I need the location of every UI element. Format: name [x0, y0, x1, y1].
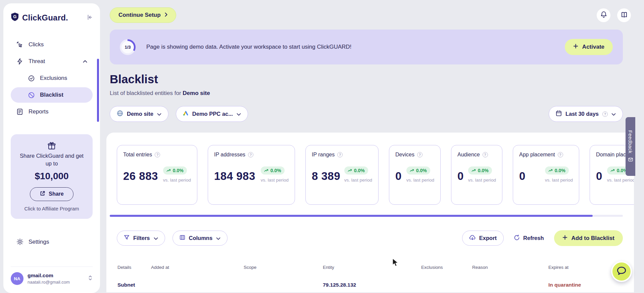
column-header-exclusions[interactable]: Exclusions: [421, 265, 472, 270]
sidebar: G ClickGuard. Clicks Threat: [3, 3, 100, 293]
sidebar-item-exclusions[interactable]: Exclusions: [11, 70, 93, 86]
affiliate-link[interactable]: Click to Affiliate Program: [19, 205, 85, 212]
column-header-reason[interactable]: Reason: [472, 265, 548, 270]
stat-value: 26 883: [123, 170, 158, 183]
stat-label: IP ranges: [312, 152, 335, 158]
sidebar-item-threat[interactable]: Threat: [11, 54, 93, 69]
trend-up-icon: [166, 168, 171, 173]
page-title: Blacklist: [110, 72, 644, 86]
date-range-selector[interactable]: Last 30 days ?: [549, 106, 623, 122]
site-selector[interactable]: Demo site: [110, 106, 168, 122]
date-range-value: Last 30 days: [565, 111, 599, 117]
help-icon[interactable]: ?: [337, 152, 343, 157]
trend-badge: 0.0%: [545, 166, 569, 175]
chevron-down-icon: [216, 235, 220, 241]
column-header-details[interactable]: Details: [117, 265, 151, 270]
globe-icon: [117, 110, 123, 118]
chevron-up-icon[interactable]: [83, 60, 87, 63]
sidebar-scrollbar[interactable]: [97, 59, 99, 122]
refresh-button[interactable]: Refresh: [514, 235, 544, 242]
filters-dropdown[interactable]: Filters: [117, 231, 165, 246]
cell-reason: [472, 282, 548, 288]
gift-icon: [19, 142, 85, 152]
blacklist-panel: Total entries? 26 883 0.0% vs. last peri…: [106, 133, 634, 292]
stat-label: Domain placement: [596, 152, 627, 158]
stat-card-ip-addresses: IP addresses? 184 983 0.0% vs. last peri…: [208, 145, 295, 205]
setup-progress-ring: 1/3: [120, 39, 136, 55]
continue-setup-button[interactable]: Continue Setup: [110, 7, 176, 23]
cell-expires-at: In quarantine: [548, 282, 623, 288]
trend-up-icon: [348, 168, 352, 173]
trend-value: 0.0%: [173, 168, 184, 173]
column-header-added-at[interactable]: Added at: [151, 265, 244, 270]
table-header-row: Details Added at Scope Entity Exclusions…: [106, 265, 634, 270]
trend-value: 0.0%: [270, 168, 281, 173]
scope-filter-row: Demo site Demo PPC ac... Last 30 days ?: [110, 106, 623, 122]
sidebar-item-settings[interactable]: Settings: [11, 234, 93, 250]
sidebar-item-reports[interactable]: Reports: [11, 104, 93, 119]
user-account[interactable]: NA gmail.com naatali.ro@gmail.com: [11, 266, 93, 285]
chat-widget-button[interactable]: [611, 261, 632, 282]
export-label: Export: [479, 235, 497, 241]
trend-up-icon: [410, 168, 414, 173]
clickguard-logo: G ClickGuard.: [11, 12, 68, 23]
sidebar-nav: Clicks Threat Exclusions Blacklist: [11, 37, 93, 119]
columns-icon: [180, 235, 185, 242]
banner-message: Page is showing demo data. Activate your…: [146, 44, 351, 50]
table-row[interactable]: Subnet 79.125.28.132 In quarantine: [106, 282, 634, 288]
add-to-blacklist-button[interactable]: Add to Blacklist: [554, 230, 623, 246]
sidebar-item-clicks[interactable]: Clicks: [11, 37, 93, 52]
continue-setup-label: Continue Setup: [118, 12, 161, 18]
help-icon[interactable]: ?: [417, 152, 423, 157]
sidebar-collapse-icon[interactable]: [86, 14, 93, 22]
stat-sub: vs. last period: [344, 177, 372, 183]
trend-up-icon: [610, 168, 615, 173]
export-button[interactable]: Export: [462, 231, 504, 246]
chat-bubble-icon: [616, 266, 627, 277]
cell-entity: 79.125.28.132: [323, 282, 421, 288]
notifications-button[interactable]: [597, 8, 610, 22]
site-selector-value: Demo site: [127, 111, 153, 117]
activate-button[interactable]: Activate: [565, 39, 613, 55]
sidebar-item-label: Reports: [29, 108, 49, 115]
feedback-tab[interactable]: Feedback: [626, 117, 635, 176]
topbar-actions: [597, 8, 631, 22]
cloud-download-icon: [469, 235, 476, 242]
stat-sub: vs. last period: [406, 177, 434, 183]
help-icon[interactable]: ?: [248, 152, 253, 157]
clickguard-shield-icon: G: [11, 12, 19, 23]
calendar-icon: [556, 110, 562, 118]
stat-card-audience: Audience? 0 0.0% vs. last period: [451, 145, 502, 205]
stat-value: 8 389: [312, 170, 340, 183]
trend-up-icon: [264, 168, 268, 173]
help-icon[interactable]: ?: [558, 152, 563, 157]
trend-badge: 0.0%: [163, 166, 187, 175]
page-subtitle: List of blacklisted entities for Demo si…: [110, 90, 644, 97]
book-icon: [621, 11, 628, 19]
svg-text:G: G: [13, 14, 16, 19]
logo-text: ClickGuard.: [22, 13, 68, 22]
plus-icon: [562, 235, 567, 242]
sidebar-header: G ClickGuard.: [11, 12, 93, 23]
account-switcher-icon[interactable]: [88, 275, 93, 282]
setup-progress-value: 1/3: [121, 41, 134, 53]
stat-value: 0: [519, 170, 526, 183]
ppc-account-selector[interactable]: Demo PPC ac...: [176, 106, 248, 122]
trend-value: 0.0%: [354, 168, 365, 173]
column-header-entity[interactable]: Entity: [323, 265, 421, 270]
activate-label: Activate: [582, 44, 604, 50]
sidebar-item-blacklist[interactable]: Blacklist: [11, 87, 93, 103]
columns-dropdown[interactable]: Columns: [172, 231, 228, 246]
resources-button[interactable]: [617, 8, 631, 22]
help-icon[interactable]: ?: [483, 152, 488, 157]
chevron-down-icon: [154, 235, 158, 241]
share-button[interactable]: Share: [30, 187, 73, 201]
help-icon[interactable]: ?: [602, 111, 608, 117]
stat-sub: vs. last period: [545, 177, 573, 183]
stat-label: Total entries: [123, 152, 152, 158]
help-icon[interactable]: ?: [155, 152, 160, 157]
reports-icon: [16, 108, 23, 115]
stats-cards-row: Total entries? 26 883 0.0% vs. last peri…: [106, 133, 634, 205]
avatar: NA: [11, 272, 23, 285]
column-header-scope[interactable]: Scope: [244, 265, 323, 270]
